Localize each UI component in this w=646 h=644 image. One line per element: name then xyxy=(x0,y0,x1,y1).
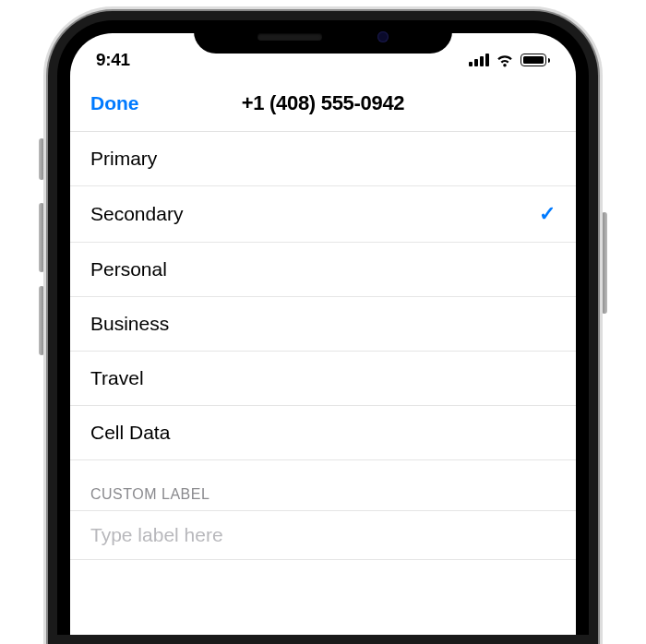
label-list: PrimarySecondary✓PersonalBusinessTravelC… xyxy=(70,132,576,460)
label-option-text: Travel xyxy=(90,367,144,389)
device-camera xyxy=(377,31,389,42)
done-button[interactable]: Done xyxy=(90,92,139,114)
custom-label-row[interactable] xyxy=(70,510,576,560)
side-button-silent xyxy=(39,138,44,180)
device-frame: 9:41 Done xyxy=(48,11,598,644)
device-speaker xyxy=(257,33,322,41)
label-option[interactable]: Secondary✓ xyxy=(70,186,576,243)
label-option[interactable]: Travel xyxy=(70,352,576,406)
nav-header: Done +1 (408) 555-0942 xyxy=(70,79,576,132)
label-option-text: Business xyxy=(90,313,169,335)
label-option[interactable]: Primary xyxy=(70,132,576,186)
device-inner: 9:41 Done xyxy=(57,20,589,635)
cellular-signal-icon xyxy=(469,54,489,66)
wifi-icon xyxy=(496,54,514,67)
status-icons xyxy=(469,54,550,67)
label-option-text: Secondary xyxy=(90,203,183,225)
side-button-volume-up xyxy=(39,203,44,272)
label-option-text: Cell Data xyxy=(90,422,170,444)
nav-title: +1 (408) 555-0942 xyxy=(242,91,405,115)
label-option[interactable]: Business xyxy=(70,297,576,352)
label-option[interactable]: Cell Data xyxy=(70,406,576,460)
custom-label-header: CUSTOM LABEL xyxy=(70,460,576,510)
side-button-power xyxy=(602,212,607,314)
status-time: 9:41 xyxy=(96,50,130,70)
battery-icon xyxy=(520,54,550,66)
checkmark-icon: ✓ xyxy=(539,202,556,226)
side-button-volume-down xyxy=(39,286,44,355)
device-notch xyxy=(194,20,452,54)
label-option[interactable]: Personal xyxy=(70,243,576,297)
custom-label-input[interactable] xyxy=(90,524,556,546)
label-option-text: Personal xyxy=(90,258,167,280)
screen: 9:41 Done xyxy=(70,33,576,635)
label-option-text: Primary xyxy=(90,148,157,170)
